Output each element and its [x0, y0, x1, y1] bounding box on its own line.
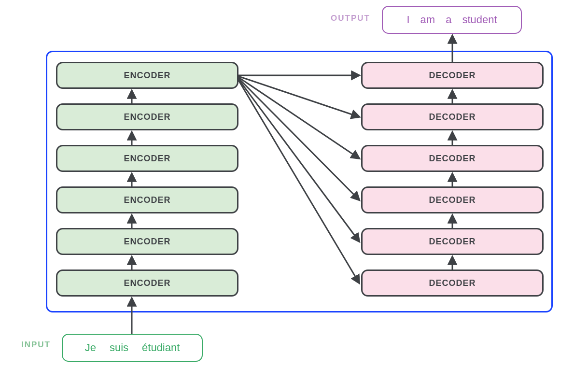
- input-token: étudiant: [142, 341, 180, 354]
- input-box: Je suis étudiant: [62, 334, 203, 362]
- encoder-block-2: ENCODER: [56, 228, 238, 255]
- encoder-block-6: ENCODER: [56, 62, 238, 89]
- decoder-block-1: DECODER: [361, 270, 544, 297]
- input-token: Je: [85, 341, 96, 354]
- decoder-block-4: DECODER: [361, 145, 544, 172]
- decoder-block-5: DECODER: [361, 103, 544, 130]
- output-token: am: [420, 14, 435, 26]
- encoder-block-1: ENCODER: [56, 270, 238, 297]
- encoder-block-5: ENCODER: [56, 103, 238, 130]
- diagram-canvas: OUTPUT I am a student ENCODER ENCODER EN…: [0, 0, 588, 383]
- encoder-block-3: ENCODER: [56, 186, 238, 213]
- output-token: student: [462, 14, 497, 26]
- decoder-block-6: DECODER: [361, 62, 544, 89]
- output-label: OUTPUT: [331, 14, 370, 23]
- encoder-block-4: ENCODER: [56, 145, 238, 172]
- input-token: suis: [110, 341, 128, 354]
- decoder-block-3: DECODER: [361, 186, 544, 213]
- input-label: INPUT: [21, 340, 51, 350]
- output-box: I am a student: [382, 6, 522, 34]
- output-token: a: [446, 14, 451, 26]
- output-token: I: [406, 14, 409, 26]
- decoder-block-2: DECODER: [361, 228, 544, 255]
